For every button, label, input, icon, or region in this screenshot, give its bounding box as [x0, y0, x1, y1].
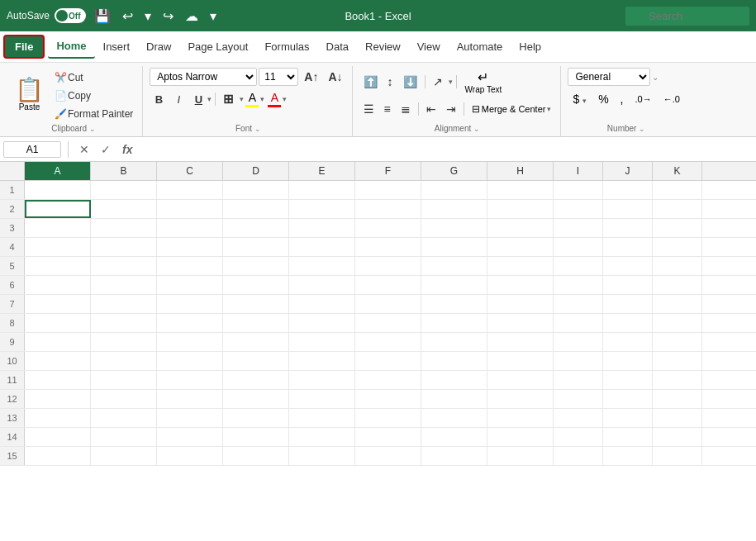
borders-button[interactable]: ⊞ [219, 90, 238, 108]
list-item[interactable] [355, 314, 421, 332]
number-expand-icon[interactable]: ⌄ [639, 125, 645, 133]
list-item[interactable] [355, 447, 421, 465]
list-item[interactable] [25, 390, 91, 408]
list-item[interactable] [223, 333, 289, 351]
list-item[interactable] [289, 390, 355, 408]
row-number-6[interactable]: 6 [0, 276, 25, 294]
list-item[interactable] [355, 257, 421, 275]
list-item[interactable] [289, 314, 355, 332]
menu-item-home[interactable]: Home [48, 35, 94, 59]
list-item[interactable] [603, 371, 653, 389]
list-item[interactable] [487, 333, 554, 351]
list-item[interactable] [653, 428, 702, 446]
list-item[interactable] [355, 409, 421, 427]
list-item[interactable] [554, 314, 603, 332]
search-input[interactable] [625, 7, 749, 26]
list-item[interactable] [487, 352, 554, 370]
list-item[interactable] [421, 447, 487, 465]
list-item[interactable] [25, 314, 91, 332]
list-item[interactable] [603, 314, 653, 332]
list-item[interactable] [603, 409, 653, 427]
list-item[interactable] [487, 314, 554, 332]
paste-button[interactable]: 📋 Paste [10, 77, 49, 113]
list-item[interactable] [554, 295, 603, 313]
list-item[interactable] [653, 352, 702, 370]
list-item[interactable] [157, 181, 223, 199]
list-item[interactable] [25, 276, 91, 294]
list-item[interactable] [289, 333, 355, 351]
undo-button[interactable]: ↩ [119, 7, 136, 26]
list-item[interactable] [653, 333, 702, 351]
list-item[interactable] [421, 295, 487, 313]
row-number-13[interactable]: 13 [0, 409, 25, 427]
list-item[interactable] [289, 447, 355, 465]
font-expand-icon[interactable]: ⌄ [254, 125, 261, 133]
list-item[interactable] [91, 447, 157, 465]
list-item[interactable] [157, 390, 223, 408]
list-item[interactable] [223, 219, 289, 237]
list-item[interactable] [603, 390, 653, 408]
redo-button[interactable]: ↪ [159, 7, 177, 26]
underline-dropdown-icon[interactable]: ▾ [207, 95, 212, 103]
orientation-button[interactable]: ↗ [429, 73, 447, 91]
align-left-button[interactable]: ☰ [359, 100, 378, 118]
list-item[interactable] [554, 447, 603, 465]
list-item[interactable] [223, 257, 289, 275]
row-number-4[interactable]: 4 [0, 238, 25, 256]
list-item[interactable] [91, 428, 157, 446]
list-item[interactable] [603, 428, 653, 446]
list-item[interactable] [653, 409, 702, 427]
col-header-f[interactable]: F [355, 162, 421, 180]
list-item[interactable] [653, 257, 702, 275]
col-header-c[interactable]: C [157, 162, 223, 180]
menu-item-insert[interactable]: Insert [95, 36, 139, 58]
decrease-decimal-button[interactable]: ←.0 [659, 92, 685, 107]
list-item[interactable] [355, 200, 421, 218]
list-item[interactable] [223, 428, 289, 446]
list-item[interactable] [487, 219, 554, 237]
list-item[interactable] [223, 314, 289, 332]
orientation-dropdown-icon[interactable]: ▾ [449, 78, 453, 86]
col-header-k[interactable]: K [653, 162, 702, 180]
list-item[interactable] [91, 257, 157, 275]
customize-qat-button[interactable]: ▾ [207, 7, 220, 26]
list-item[interactable] [487, 181, 554, 199]
menu-item-review[interactable]: Review [357, 36, 409, 58]
list-item[interactable] [487, 238, 554, 256]
row-number-8[interactable]: 8 [0, 314, 25, 332]
list-item[interactable] [355, 295, 421, 313]
list-item[interactable] [355, 238, 421, 256]
list-item[interactable] [355, 219, 421, 237]
list-item[interactable] [289, 200, 355, 218]
col-header-g[interactable]: G [421, 162, 487, 180]
list-item[interactable] [603, 238, 653, 256]
borders-dropdown-icon[interactable]: ▾ [240, 95, 244, 103]
cut-button[interactable]: ✂️ Cut [50, 69, 137, 86]
list-item[interactable] [421, 428, 487, 446]
list-item[interactable] [653, 219, 702, 237]
menu-item-automate[interactable]: Automate [449, 36, 511, 58]
list-item[interactable] [653, 276, 702, 294]
list-item[interactable] [421, 219, 487, 237]
row-number-3[interactable]: 3 [0, 219, 25, 237]
italic-button[interactable]: I [169, 92, 188, 107]
list-item[interactable] [603, 447, 653, 465]
row-number-5[interactable]: 5 [0, 257, 25, 275]
list-item[interactable] [554, 390, 603, 408]
align-center-button[interactable]: ≡ [380, 100, 395, 118]
list-item[interactable] [91, 409, 157, 427]
list-item[interactable] [157, 409, 223, 427]
row-number-14[interactable]: 14 [0, 428, 25, 446]
list-item[interactable] [157, 352, 223, 370]
list-item[interactable] [223, 409, 289, 427]
list-item[interactable] [421, 257, 487, 275]
clipboard-expand-icon[interactable]: ⌄ [89, 125, 96, 133]
list-item[interactable] [421, 371, 487, 389]
list-item[interactable] [223, 371, 289, 389]
decrease-indent-button[interactable]: ⇤ [422, 100, 440, 118]
list-item[interactable] [421, 238, 487, 256]
list-item[interactable] [25, 447, 91, 465]
list-item[interactable] [653, 200, 702, 218]
increase-decimal-button[interactable]: .0→ [630, 92, 656, 107]
list-item[interactable] [653, 390, 702, 408]
